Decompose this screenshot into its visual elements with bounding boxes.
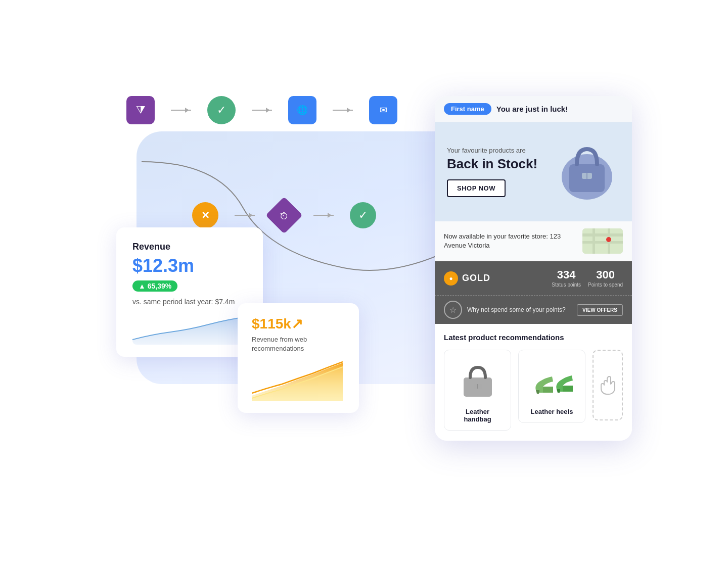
web-rec-label: Revenue from web recommendations — [252, 335, 345, 353]
workflow-arrow-2 — [252, 110, 272, 111]
offer-text: Why not spend some of your points? — [467, 306, 572, 314]
web-rec-wave-chart — [252, 360, 345, 401]
store-map — [582, 228, 623, 254]
rec-item-handbag: Leather handbag — [444, 350, 511, 431]
points-to-spend-item: 300 Points to spend — [588, 268, 623, 288]
clock-icon: ⏱ — [280, 209, 289, 222]
revenue-badge: ▲ 65,39% — [132, 280, 177, 292]
workflow-web-node: 🌐 — [288, 96, 316, 124]
status-points-label: Status points — [552, 281, 581, 288]
status-points-num: 334 — [552, 268, 581, 281]
handbag-image — [451, 357, 504, 403]
workflow-arrow-5 — [313, 215, 334, 216]
workflow-check-node-1: ✓ — [207, 96, 236, 124]
status-points-item: 334 Status points — [552, 268, 581, 288]
hero-sub: Your favourite products are — [447, 147, 554, 154]
email-header: First name You are just in luck! — [435, 96, 632, 122]
workflow-check-node-2: ✓ — [350, 202, 376, 228]
svg-rect-6 — [582, 233, 623, 237]
heels-label: Leather heels — [526, 408, 578, 415]
email-mockup: First name You are just in luck! Your fa… — [435, 96, 632, 441]
hand-icon — [597, 374, 619, 396]
shop-now-button[interactable]: SHOP NOW — [447, 179, 506, 197]
workflow-arrow-4 — [235, 215, 255, 216]
gold-badge: ● GOLD — [444, 271, 543, 286]
email-offer-row: ☆ Why not spend some of your points? VIE… — [435, 295, 632, 324]
revenue-amount: $12.3m — [132, 255, 247, 276]
web-rec-amount: $115k↗ — [252, 315, 345, 332]
web-rec-card: $115k↗ Revenue from web recommendations — [238, 303, 359, 413]
revenue-wave-chart — [132, 314, 247, 345]
rec-item-heels: Leather heels — [518, 350, 585, 423]
loyalty-points: 334 Status points 300 Points to spend — [552, 268, 623, 288]
web-icon: 🌐 — [297, 105, 308, 116]
star-icon: ☆ — [444, 301, 462, 319]
store-map-svg — [582, 228, 623, 254]
email-store: Now available in your favorite store: 12… — [435, 221, 632, 261]
x-icon: ✕ — [201, 209, 210, 221]
email-hero-text: Your favourite products are Back in Stoc… — [447, 147, 554, 197]
workflow-filter-node: ⧩ — [126, 96, 155, 124]
svg-rect-8 — [593, 228, 595, 254]
email-hero: Your favourite products are Back in Stoc… — [435, 122, 632, 221]
workflow-x-node: ✕ — [192, 202, 218, 228]
handbag-label: Leather handbag — [451, 408, 504, 423]
heels-rec-svg — [529, 360, 575, 400]
view-offers-button[interactable]: VIEW OFFERS — [577, 304, 623, 316]
email-loyalty-section: ● GOLD 334 Status points 300 Points to s… — [435, 261, 632, 295]
email-recommendations: Latest product recommendations Leather h… — [435, 324, 632, 441]
handbag-svg — [554, 136, 620, 207]
funnel-icon: ⧩ — [136, 104, 145, 117]
rec-placeholder — [593, 350, 623, 420]
web-rec-wave-svg — [252, 360, 343, 401]
first-name-pill: First name — [444, 103, 491, 115]
gold-label: GOLD — [462, 273, 490, 284]
email-icon: ✉ — [380, 105, 387, 116]
workflow-arrow-1 — [171, 110, 191, 111]
heels-image — [526, 357, 578, 403]
email-subject: You are just in luck! — [496, 105, 568, 113]
revenue-wave-svg — [132, 314, 247, 345]
recs-title: Latest product recommendations — [444, 333, 623, 342]
points-to-spend-label: Points to spend — [588, 281, 623, 288]
workflow-top: ⧩ ✓ 🌐 ✉ — [126, 96, 397, 124]
points-to-spend-num: 300 — [588, 268, 623, 281]
revenue-vs: vs. same period last year: $7.4m — [132, 297, 247, 307]
gold-coin-icon: ● — [444, 271, 458, 286]
check-icon-1: ✓ — [217, 104, 226, 117]
svg-point-10 — [606, 237, 611, 242]
handbag-rec-svg — [458, 360, 498, 400]
workflow-clock-node: ⏱ — [265, 197, 303, 234]
check-icon-2: ✓ — [358, 209, 368, 222]
svg-rect-7 — [582, 241, 623, 244]
hero-title: Back in Stock! — [447, 156, 554, 172]
recs-grid: Leather handbag — [444, 350, 623, 431]
workflow-mid: ✕ ⏱ ✓ — [192, 202, 376, 228]
store-text: Now available in your favorite store: 12… — [444, 232, 576, 250]
revenue-title: Revenue — [132, 242, 247, 252]
workflow-email-node: ✉ — [369, 96, 397, 124]
workflow-arrow-3 — [333, 110, 353, 111]
hero-bag-image — [554, 136, 620, 207]
